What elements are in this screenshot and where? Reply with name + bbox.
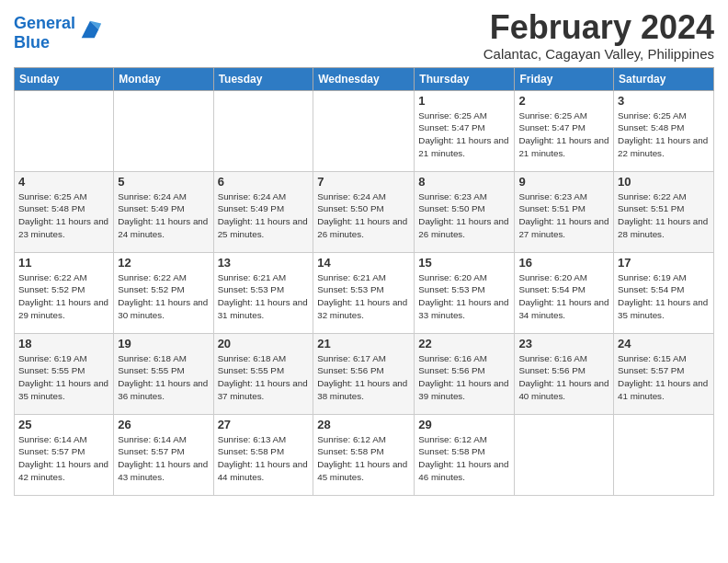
calendar-cell: 17Sunrise: 6:19 AM Sunset: 5:54 PM Dayli…	[614, 252, 714, 333]
calendar-cell	[313, 90, 415, 171]
calendar-cell: 28Sunrise: 6:12 AM Sunset: 5:58 PM Dayli…	[313, 414, 415, 495]
day-info: Sunrise: 6:23 AM Sunset: 5:50 PM Dayligh…	[418, 190, 510, 241]
day-number: 12	[118, 256, 209, 270]
page: GeneralBlue February 2024 Calantac, Caga…	[0, 0, 728, 563]
day-info: Sunrise: 6:22 AM Sunset: 5:52 PM Dayligh…	[118, 271, 209, 322]
calendar-cell: 18Sunrise: 6:19 AM Sunset: 5:55 PM Dayli…	[15, 333, 114, 414]
day-info: Sunrise: 6:25 AM Sunset: 5:48 PM Dayligh…	[18, 190, 109, 241]
day-number: 21	[317, 337, 410, 350]
day-info: Sunrise: 6:19 AM Sunset: 5:54 PM Dayligh…	[618, 271, 710, 322]
calendar-cell: 22Sunrise: 6:16 AM Sunset: 5:56 PM Dayli…	[415, 333, 515, 414]
calendar-cell: 13Sunrise: 6:21 AM Sunset: 5:53 PM Dayli…	[213, 252, 313, 333]
day-number: 6	[218, 175, 310, 189]
weekday-header: Sunday	[15, 67, 114, 90]
calendar-cell: 1Sunrise: 6:25 AM Sunset: 5:47 PM Daylig…	[415, 90, 515, 171]
day-info: Sunrise: 6:22 AM Sunset: 5:51 PM Dayligh…	[618, 190, 710, 241]
day-info: Sunrise: 6:24 AM Sunset: 5:49 PM Dayligh…	[218, 190, 310, 241]
day-number: 11	[18, 256, 109, 270]
logo-general: General	[14, 14, 75, 32]
day-info: Sunrise: 6:13 AM Sunset: 5:58 PM Dayligh…	[218, 433, 310, 484]
day-info: Sunrise: 6:18 AM Sunset: 5:55 PM Dayligh…	[118, 352, 209, 403]
day-number: 15	[418, 256, 510, 270]
day-number: 2	[518, 94, 609, 108]
calendar-cell	[614, 414, 714, 495]
day-number: 13	[218, 256, 310, 270]
calendar-cell	[114, 90, 213, 171]
day-number: 4	[18, 175, 109, 189]
weekday-header: Saturday	[614, 67, 714, 90]
calendar-cell: 19Sunrise: 6:18 AM Sunset: 5:55 PM Dayli…	[114, 333, 213, 414]
day-number: 25	[18, 418, 109, 431]
day-number: 7	[317, 175, 410, 189]
calendar-cell: 14Sunrise: 6:21 AM Sunset: 5:53 PM Dayli…	[313, 252, 415, 333]
weekday-header: Tuesday	[213, 67, 313, 90]
calendar-cell: 23Sunrise: 6:16 AM Sunset: 5:56 PM Dayli…	[515, 333, 614, 414]
day-info: Sunrise: 6:25 AM Sunset: 5:47 PM Dayligh…	[518, 109, 609, 160]
day-number: 22	[418, 337, 510, 350]
day-info: Sunrise: 6:14 AM Sunset: 5:57 PM Dayligh…	[18, 433, 109, 484]
logo-icon	[77, 17, 103, 42]
weekday-header: Friday	[515, 67, 614, 90]
day-info: Sunrise: 6:21 AM Sunset: 5:53 PM Dayligh…	[218, 271, 310, 322]
day-number: 1	[418, 94, 510, 108]
header: GeneralBlue February 2024 Calantac, Caga…	[14, 9, 714, 62]
day-info: Sunrise: 6:15 AM Sunset: 5:57 PM Dayligh…	[618, 352, 710, 403]
day-number: 20	[218, 337, 310, 350]
day-number: 24	[618, 337, 710, 350]
day-info: Sunrise: 6:24 AM Sunset: 5:50 PM Dayligh…	[317, 190, 410, 241]
logo-blue: Blue	[14, 33, 75, 52]
calendar-week-row: 11Sunrise: 6:22 AM Sunset: 5:52 PM Dayli…	[15, 252, 714, 333]
day-info: Sunrise: 6:25 AM Sunset: 5:48 PM Dayligh…	[618, 109, 710, 160]
title-block: February 2024 Calantac, Cagayan Valley, …	[483, 9, 714, 62]
day-info: Sunrise: 6:20 AM Sunset: 5:53 PM Dayligh…	[418, 271, 510, 322]
calendar-cell: 3Sunrise: 6:25 AM Sunset: 5:48 PM Daylig…	[614, 90, 714, 171]
day-number: 17	[618, 256, 710, 270]
calendar-cell: 16Sunrise: 6:20 AM Sunset: 5:54 PM Dayli…	[515, 252, 614, 333]
calendar-week-row: 18Sunrise: 6:19 AM Sunset: 5:55 PM Dayli…	[15, 333, 714, 414]
calendar-cell: 9Sunrise: 6:23 AM Sunset: 5:51 PM Daylig…	[515, 171, 614, 252]
day-info: Sunrise: 6:24 AM Sunset: 5:49 PM Dayligh…	[118, 190, 209, 241]
weekday-header: Wednesday	[313, 67, 415, 90]
day-number: 16	[518, 256, 609, 270]
day-info: Sunrise: 6:19 AM Sunset: 5:55 PM Dayligh…	[18, 352, 109, 403]
calendar-cell: 8Sunrise: 6:23 AM Sunset: 5:50 PM Daylig…	[415, 171, 515, 252]
day-info: Sunrise: 6:12 AM Sunset: 5:58 PM Dayligh…	[317, 433, 410, 484]
day-info: Sunrise: 6:25 AM Sunset: 5:47 PM Dayligh…	[418, 109, 510, 160]
day-info: Sunrise: 6:16 AM Sunset: 5:56 PM Dayligh…	[518, 352, 609, 403]
day-number: 26	[118, 418, 209, 431]
day-number: 9	[518, 175, 609, 189]
calendar-cell: 7Sunrise: 6:24 AM Sunset: 5:50 PM Daylig…	[313, 171, 415, 252]
calendar-cell: 10Sunrise: 6:22 AM Sunset: 5:51 PM Dayli…	[614, 171, 714, 252]
calendar-cell: 24Sunrise: 6:15 AM Sunset: 5:57 PM Dayli…	[614, 333, 714, 414]
calendar-cell: 20Sunrise: 6:18 AM Sunset: 5:55 PM Dayli…	[213, 333, 313, 414]
day-number: 28	[317, 418, 410, 431]
day-number: 18	[18, 337, 109, 350]
day-info: Sunrise: 6:14 AM Sunset: 5:57 PM Dayligh…	[118, 433, 209, 484]
day-number: 8	[418, 175, 510, 189]
calendar-cell	[213, 90, 313, 171]
weekday-header: Thursday	[415, 67, 515, 90]
calendar-cell: 21Sunrise: 6:17 AM Sunset: 5:56 PM Dayli…	[313, 333, 415, 414]
calendar-header-row: SundayMondayTuesdayWednesdayThursdayFrid…	[15, 67, 714, 90]
day-number: 3	[618, 94, 710, 108]
calendar-cell	[15, 90, 114, 171]
day-info: Sunrise: 6:20 AM Sunset: 5:54 PM Dayligh…	[518, 271, 609, 322]
day-number: 19	[118, 337, 209, 350]
calendar-cell	[515, 414, 614, 495]
day-info: Sunrise: 6:22 AM Sunset: 5:52 PM Dayligh…	[18, 271, 109, 322]
calendar-cell: 12Sunrise: 6:22 AM Sunset: 5:52 PM Dayli…	[114, 252, 213, 333]
main-title: February 2024	[483, 9, 714, 46]
calendar-week-row: 1Sunrise: 6:25 AM Sunset: 5:47 PM Daylig…	[15, 90, 714, 171]
day-info: Sunrise: 6:12 AM Sunset: 5:58 PM Dayligh…	[418, 433, 510, 484]
subtitle: Calantac, Cagayan Valley, Philippines	[483, 46, 714, 62]
day-number: 10	[618, 175, 710, 189]
day-info: Sunrise: 6:16 AM Sunset: 5:56 PM Dayligh…	[418, 352, 510, 403]
day-number: 23	[518, 337, 609, 350]
calendar-week-row: 4Sunrise: 6:25 AM Sunset: 5:48 PM Daylig…	[15, 171, 714, 252]
day-number: 14	[317, 256, 410, 270]
calendar-cell: 2Sunrise: 6:25 AM Sunset: 5:47 PM Daylig…	[515, 90, 614, 171]
day-number: 5	[118, 175, 209, 189]
calendar-cell: 27Sunrise: 6:13 AM Sunset: 5:58 PM Dayli…	[213, 414, 313, 495]
weekday-header: Monday	[114, 67, 213, 90]
calendar-cell: 25Sunrise: 6:14 AM Sunset: 5:57 PM Dayli…	[15, 414, 114, 495]
